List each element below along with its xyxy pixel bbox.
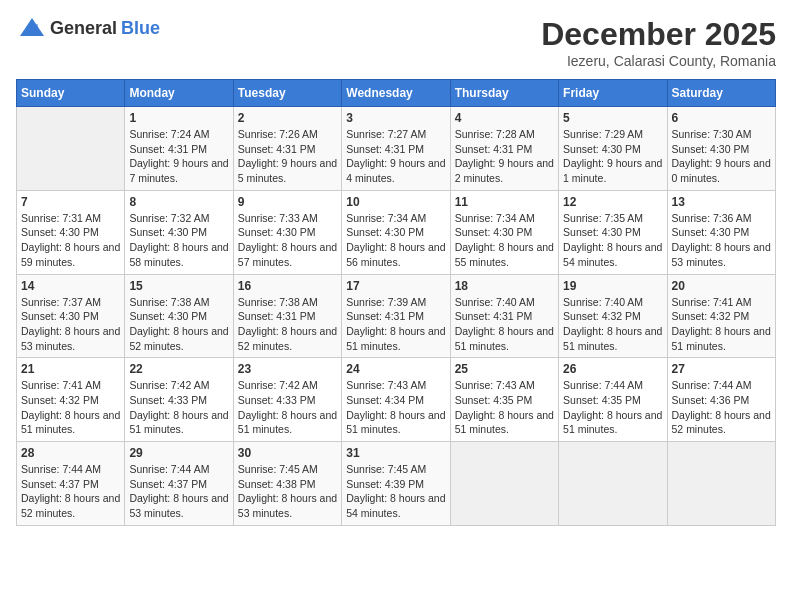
day-info: Sunrise: 7:40 AMSunset: 4:32 PMDaylight:… — [563, 295, 662, 354]
day-info: Sunrise: 7:44 AMSunset: 4:37 PMDaylight:… — [21, 462, 120, 521]
day-number: 17 — [346, 279, 445, 293]
calendar-cell: 3Sunrise: 7:27 AMSunset: 4:31 PMDaylight… — [342, 107, 450, 191]
day-info: Sunrise: 7:43 AMSunset: 4:35 PMDaylight:… — [455, 378, 554, 437]
header-tuesday: Tuesday — [233, 80, 341, 107]
day-info: Sunrise: 7:31 AMSunset: 4:30 PMDaylight:… — [21, 211, 120, 270]
day-number: 23 — [238, 362, 337, 376]
day-info: Sunrise: 7:45 AMSunset: 4:39 PMDaylight:… — [346, 462, 445, 521]
day-number: 11 — [455, 195, 554, 209]
day-info: Sunrise: 7:42 AMSunset: 4:33 PMDaylight:… — [129, 378, 228, 437]
calendar-cell: 2Sunrise: 7:26 AMSunset: 4:31 PMDaylight… — [233, 107, 341, 191]
calendar-table: SundayMondayTuesdayWednesdayThursdayFrid… — [16, 79, 776, 526]
day-info: Sunrise: 7:42 AMSunset: 4:33 PMDaylight:… — [238, 378, 337, 437]
day-info: Sunrise: 7:41 AMSunset: 4:32 PMDaylight:… — [21, 378, 120, 437]
day-info: Sunrise: 7:45 AMSunset: 4:38 PMDaylight:… — [238, 462, 337, 521]
day-info: Sunrise: 7:36 AMSunset: 4:30 PMDaylight:… — [672, 211, 771, 270]
header-sunday: Sunday — [17, 80, 125, 107]
day-number: 10 — [346, 195, 445, 209]
day-number: 9 — [238, 195, 337, 209]
calendar-cell: 27Sunrise: 7:44 AMSunset: 4:36 PMDayligh… — [667, 358, 775, 442]
calendar-cell: 13Sunrise: 7:36 AMSunset: 4:30 PMDayligh… — [667, 190, 775, 274]
calendar-cell: 18Sunrise: 7:40 AMSunset: 4:31 PMDayligh… — [450, 274, 558, 358]
calendar-cell: 6Sunrise: 7:30 AMSunset: 4:30 PMDaylight… — [667, 107, 775, 191]
calendar-cell: 24Sunrise: 7:43 AMSunset: 4:34 PMDayligh… — [342, 358, 450, 442]
calendar-cell: 7Sunrise: 7:31 AMSunset: 4:30 PMDaylight… — [17, 190, 125, 274]
calendar-cell: 23Sunrise: 7:42 AMSunset: 4:33 PMDayligh… — [233, 358, 341, 442]
header-friday: Friday — [559, 80, 667, 107]
calendar-cell: 25Sunrise: 7:43 AMSunset: 4:35 PMDayligh… — [450, 358, 558, 442]
day-number: 30 — [238, 446, 337, 460]
calendar-cell — [450, 442, 558, 526]
calendar-cell: 29Sunrise: 7:44 AMSunset: 4:37 PMDayligh… — [125, 442, 233, 526]
calendar-cell: 14Sunrise: 7:37 AMSunset: 4:30 PMDayligh… — [17, 274, 125, 358]
day-number: 7 — [21, 195, 120, 209]
calendar-cell: 31Sunrise: 7:45 AMSunset: 4:39 PMDayligh… — [342, 442, 450, 526]
day-number: 5 — [563, 111, 662, 125]
day-number: 21 — [21, 362, 120, 376]
day-number: 3 — [346, 111, 445, 125]
day-info: Sunrise: 7:26 AMSunset: 4:31 PMDaylight:… — [238, 127, 337, 186]
logo-blue: Blue — [121, 18, 160, 39]
calendar-cell: 22Sunrise: 7:42 AMSunset: 4:33 PMDayligh… — [125, 358, 233, 442]
header-thursday: Thursday — [450, 80, 558, 107]
day-info: Sunrise: 7:29 AMSunset: 4:30 PMDaylight:… — [563, 127, 662, 186]
day-number: 16 — [238, 279, 337, 293]
day-info: Sunrise: 7:27 AMSunset: 4:31 PMDaylight:… — [346, 127, 445, 186]
day-info: Sunrise: 7:43 AMSunset: 4:34 PMDaylight:… — [346, 378, 445, 437]
calendar-cell: 5Sunrise: 7:29 AMSunset: 4:30 PMDaylight… — [559, 107, 667, 191]
day-number: 27 — [672, 362, 771, 376]
calendar-cell: 9Sunrise: 7:33 AMSunset: 4:30 PMDaylight… — [233, 190, 341, 274]
day-info: Sunrise: 7:28 AMSunset: 4:31 PMDaylight:… — [455, 127, 554, 186]
day-info: Sunrise: 7:34 AMSunset: 4:30 PMDaylight:… — [346, 211, 445, 270]
calendar-cell: 1Sunrise: 7:24 AMSunset: 4:31 PMDaylight… — [125, 107, 233, 191]
day-number: 28 — [21, 446, 120, 460]
day-info: Sunrise: 7:39 AMSunset: 4:31 PMDaylight:… — [346, 295, 445, 354]
calendar-cell — [667, 442, 775, 526]
svg-marker-1 — [28, 24, 38, 36]
calendar-cell: 16Sunrise: 7:38 AMSunset: 4:31 PMDayligh… — [233, 274, 341, 358]
logo: General Blue — [16, 16, 160, 40]
day-number: 12 — [563, 195, 662, 209]
calendar-week-4: 21Sunrise: 7:41 AMSunset: 4:32 PMDayligh… — [17, 358, 776, 442]
calendar-cell: 4Sunrise: 7:28 AMSunset: 4:31 PMDaylight… — [450, 107, 558, 191]
calendar-cell: 17Sunrise: 7:39 AMSunset: 4:31 PMDayligh… — [342, 274, 450, 358]
day-number: 14 — [21, 279, 120, 293]
day-info: Sunrise: 7:30 AMSunset: 4:30 PMDaylight:… — [672, 127, 771, 186]
header-saturday: Saturday — [667, 80, 775, 107]
day-info: Sunrise: 7:44 AMSunset: 4:37 PMDaylight:… — [129, 462, 228, 521]
day-number: 15 — [129, 279, 228, 293]
day-number: 20 — [672, 279, 771, 293]
day-number: 26 — [563, 362, 662, 376]
location-subtitle: Iezeru, Calarasi County, Romania — [541, 53, 776, 69]
calendar-cell: 11Sunrise: 7:34 AMSunset: 4:30 PMDayligh… — [450, 190, 558, 274]
day-info: Sunrise: 7:34 AMSunset: 4:30 PMDaylight:… — [455, 211, 554, 270]
calendar-week-1: 1Sunrise: 7:24 AMSunset: 4:31 PMDaylight… — [17, 107, 776, 191]
day-info: Sunrise: 7:40 AMSunset: 4:31 PMDaylight:… — [455, 295, 554, 354]
day-number: 13 — [672, 195, 771, 209]
calendar-cell: 30Sunrise: 7:45 AMSunset: 4:38 PMDayligh… — [233, 442, 341, 526]
day-info: Sunrise: 7:38 AMSunset: 4:30 PMDaylight:… — [129, 295, 228, 354]
calendar-cell — [559, 442, 667, 526]
day-info: Sunrise: 7:44 AMSunset: 4:36 PMDaylight:… — [672, 378, 771, 437]
day-number: 1 — [129, 111, 228, 125]
day-number: 25 — [455, 362, 554, 376]
logo-icon — [18, 16, 46, 40]
day-info: Sunrise: 7:37 AMSunset: 4:30 PMDaylight:… — [21, 295, 120, 354]
day-info: Sunrise: 7:41 AMSunset: 4:32 PMDaylight:… — [672, 295, 771, 354]
day-number: 24 — [346, 362, 445, 376]
calendar-week-3: 14Sunrise: 7:37 AMSunset: 4:30 PMDayligh… — [17, 274, 776, 358]
calendar-header-row: SundayMondayTuesdayWednesdayThursdayFrid… — [17, 80, 776, 107]
calendar-week-2: 7Sunrise: 7:31 AMSunset: 4:30 PMDaylight… — [17, 190, 776, 274]
title-block: December 2025 Iezeru, Calarasi County, R… — [541, 16, 776, 69]
day-number: 19 — [563, 279, 662, 293]
calendar-cell: 28Sunrise: 7:44 AMSunset: 4:37 PMDayligh… — [17, 442, 125, 526]
day-number: 29 — [129, 446, 228, 460]
calendar-cell: 26Sunrise: 7:44 AMSunset: 4:35 PMDayligh… — [559, 358, 667, 442]
calendar-cell: 19Sunrise: 7:40 AMSunset: 4:32 PMDayligh… — [559, 274, 667, 358]
day-number: 6 — [672, 111, 771, 125]
day-number: 2 — [238, 111, 337, 125]
day-number: 4 — [455, 111, 554, 125]
day-info: Sunrise: 7:35 AMSunset: 4:30 PMDaylight:… — [563, 211, 662, 270]
calendar-cell — [17, 107, 125, 191]
calendar-cell: 12Sunrise: 7:35 AMSunset: 4:30 PMDayligh… — [559, 190, 667, 274]
